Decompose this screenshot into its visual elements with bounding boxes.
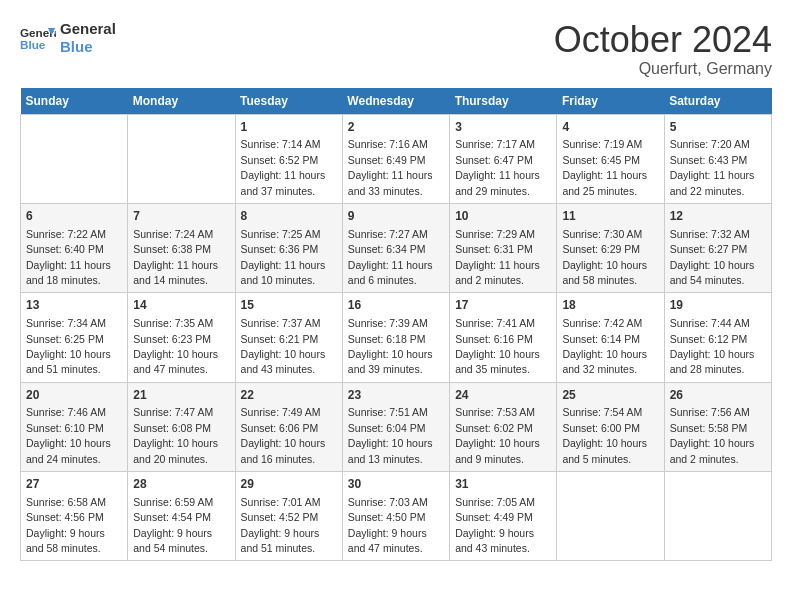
calendar-cell: 29Sunrise: 7:01 AM Sunset: 4:52 PM Dayli… xyxy=(235,472,342,561)
day-info: Sunrise: 7:51 AM Sunset: 6:04 PM Dayligh… xyxy=(348,406,433,464)
week-row-0: 1Sunrise: 7:14 AM Sunset: 6:52 PM Daylig… xyxy=(21,114,772,203)
title-block: October 2024 Querfurt, Germany xyxy=(554,20,772,78)
calendar-cell: 24Sunrise: 7:53 AM Sunset: 6:02 PM Dayli… xyxy=(450,382,557,471)
logo: General Blue General Blue xyxy=(20,20,116,56)
day-number: 5 xyxy=(670,119,766,136)
day-number: 17 xyxy=(455,297,551,314)
day-info: Sunrise: 7:41 AM Sunset: 6:16 PM Dayligh… xyxy=(455,317,540,375)
day-number: 28 xyxy=(133,476,229,493)
page-header: General Blue General Blue October 2024 Q… xyxy=(20,20,772,78)
day-info: Sunrise: 7:20 AM Sunset: 6:43 PM Dayligh… xyxy=(670,138,755,196)
month-title: October 2024 xyxy=(554,20,772,60)
day-info: Sunrise: 7:03 AM Sunset: 4:50 PM Dayligh… xyxy=(348,496,428,554)
location-subtitle: Querfurt, Germany xyxy=(554,60,772,78)
calendar-cell: 16Sunrise: 7:39 AM Sunset: 6:18 PM Dayli… xyxy=(342,293,449,382)
calendar-cell xyxy=(664,472,771,561)
calendar-cell: 2Sunrise: 7:16 AM Sunset: 6:49 PM Daylig… xyxy=(342,114,449,203)
calendar-cell: 10Sunrise: 7:29 AM Sunset: 6:31 PM Dayli… xyxy=(450,203,557,292)
calendar-table: SundayMondayTuesdayWednesdayThursdayFrid… xyxy=(20,88,772,562)
calendar-cell: 20Sunrise: 7:46 AM Sunset: 6:10 PM Dayli… xyxy=(21,382,128,471)
logo-icon: General Blue xyxy=(20,24,56,52)
week-row-2: 13Sunrise: 7:34 AM Sunset: 6:25 PM Dayli… xyxy=(21,293,772,382)
calendar-cell: 26Sunrise: 7:56 AM Sunset: 5:58 PM Dayli… xyxy=(664,382,771,471)
day-info: Sunrise: 7:39 AM Sunset: 6:18 PM Dayligh… xyxy=(348,317,433,375)
weekday-header-row: SundayMondayTuesdayWednesdayThursdayFrid… xyxy=(21,88,772,115)
day-info: Sunrise: 7:01 AM Sunset: 4:52 PM Dayligh… xyxy=(241,496,321,554)
weekday-header-wednesday: Wednesday xyxy=(342,88,449,115)
calendar-cell xyxy=(557,472,664,561)
calendar-cell: 25Sunrise: 7:54 AM Sunset: 6:00 PM Dayli… xyxy=(557,382,664,471)
day-number: 15 xyxy=(241,297,337,314)
day-number: 21 xyxy=(133,387,229,404)
calendar-cell: 1Sunrise: 7:14 AM Sunset: 6:52 PM Daylig… xyxy=(235,114,342,203)
day-info: Sunrise: 7:17 AM Sunset: 6:47 PM Dayligh… xyxy=(455,138,540,196)
day-number: 24 xyxy=(455,387,551,404)
calendar-cell: 13Sunrise: 7:34 AM Sunset: 6:25 PM Dayli… xyxy=(21,293,128,382)
calendar-cell: 6Sunrise: 7:22 AM Sunset: 6:40 PM Daylig… xyxy=(21,203,128,292)
day-info: Sunrise: 7:27 AM Sunset: 6:34 PM Dayligh… xyxy=(348,228,433,286)
day-info: Sunrise: 7:42 AM Sunset: 6:14 PM Dayligh… xyxy=(562,317,647,375)
calendar-cell: 30Sunrise: 7:03 AM Sunset: 4:50 PM Dayli… xyxy=(342,472,449,561)
day-info: Sunrise: 7:44 AM Sunset: 6:12 PM Dayligh… xyxy=(670,317,755,375)
day-number: 7 xyxy=(133,208,229,225)
calendar-cell: 12Sunrise: 7:32 AM Sunset: 6:27 PM Dayli… xyxy=(664,203,771,292)
day-info: Sunrise: 7:19 AM Sunset: 6:45 PM Dayligh… xyxy=(562,138,647,196)
day-number: 20 xyxy=(26,387,122,404)
day-number: 12 xyxy=(670,208,766,225)
day-info: Sunrise: 7:46 AM Sunset: 6:10 PM Dayligh… xyxy=(26,406,111,464)
calendar-cell: 17Sunrise: 7:41 AM Sunset: 6:16 PM Dayli… xyxy=(450,293,557,382)
calendar-cell: 31Sunrise: 7:05 AM Sunset: 4:49 PM Dayli… xyxy=(450,472,557,561)
calendar-cell: 22Sunrise: 7:49 AM Sunset: 6:06 PM Dayli… xyxy=(235,382,342,471)
day-number: 10 xyxy=(455,208,551,225)
week-row-3: 20Sunrise: 7:46 AM Sunset: 6:10 PM Dayli… xyxy=(21,382,772,471)
day-info: Sunrise: 7:54 AM Sunset: 6:00 PM Dayligh… xyxy=(562,406,647,464)
calendar-cell: 28Sunrise: 6:59 AM Sunset: 4:54 PM Dayli… xyxy=(128,472,235,561)
calendar-cell xyxy=(128,114,235,203)
week-row-1: 6Sunrise: 7:22 AM Sunset: 6:40 PM Daylig… xyxy=(21,203,772,292)
day-number: 2 xyxy=(348,119,444,136)
day-info: Sunrise: 7:47 AM Sunset: 6:08 PM Dayligh… xyxy=(133,406,218,464)
day-info: Sunrise: 6:58 AM Sunset: 4:56 PM Dayligh… xyxy=(26,496,106,554)
day-number: 6 xyxy=(26,208,122,225)
day-number: 22 xyxy=(241,387,337,404)
day-number: 4 xyxy=(562,119,658,136)
calendar-cell: 27Sunrise: 6:58 AM Sunset: 4:56 PM Dayli… xyxy=(21,472,128,561)
calendar-cell: 11Sunrise: 7:30 AM Sunset: 6:29 PM Dayli… xyxy=(557,203,664,292)
week-row-4: 27Sunrise: 6:58 AM Sunset: 4:56 PM Dayli… xyxy=(21,472,772,561)
day-info: Sunrise: 7:22 AM Sunset: 6:40 PM Dayligh… xyxy=(26,228,111,286)
svg-text:Blue: Blue xyxy=(20,38,46,51)
day-info: Sunrise: 7:49 AM Sunset: 6:06 PM Dayligh… xyxy=(241,406,326,464)
weekday-header-friday: Friday xyxy=(557,88,664,115)
day-number: 18 xyxy=(562,297,658,314)
logo-line2: Blue xyxy=(60,38,116,56)
calendar-cell: 8Sunrise: 7:25 AM Sunset: 6:36 PM Daylig… xyxy=(235,203,342,292)
day-number: 29 xyxy=(241,476,337,493)
day-info: Sunrise: 7:35 AM Sunset: 6:23 PM Dayligh… xyxy=(133,317,218,375)
day-info: Sunrise: 7:53 AM Sunset: 6:02 PM Dayligh… xyxy=(455,406,540,464)
day-number: 16 xyxy=(348,297,444,314)
day-number: 8 xyxy=(241,208,337,225)
day-number: 11 xyxy=(562,208,658,225)
calendar-cell: 23Sunrise: 7:51 AM Sunset: 6:04 PM Dayli… xyxy=(342,382,449,471)
weekday-header-monday: Monday xyxy=(128,88,235,115)
day-info: Sunrise: 7:14 AM Sunset: 6:52 PM Dayligh… xyxy=(241,138,326,196)
calendar-cell: 5Sunrise: 7:20 AM Sunset: 6:43 PM Daylig… xyxy=(664,114,771,203)
day-info: Sunrise: 7:24 AM Sunset: 6:38 PM Dayligh… xyxy=(133,228,218,286)
day-number: 14 xyxy=(133,297,229,314)
day-number: 25 xyxy=(562,387,658,404)
calendar-cell: 15Sunrise: 7:37 AM Sunset: 6:21 PM Dayli… xyxy=(235,293,342,382)
weekday-header-thursday: Thursday xyxy=(450,88,557,115)
calendar-cell: 7Sunrise: 7:24 AM Sunset: 6:38 PM Daylig… xyxy=(128,203,235,292)
day-info: Sunrise: 7:16 AM Sunset: 6:49 PM Dayligh… xyxy=(348,138,433,196)
day-info: Sunrise: 7:25 AM Sunset: 6:36 PM Dayligh… xyxy=(241,228,326,286)
calendar-cell: 4Sunrise: 7:19 AM Sunset: 6:45 PM Daylig… xyxy=(557,114,664,203)
weekday-header-tuesday: Tuesday xyxy=(235,88,342,115)
day-info: Sunrise: 7:30 AM Sunset: 6:29 PM Dayligh… xyxy=(562,228,647,286)
weekday-header-sunday: Sunday xyxy=(21,88,128,115)
day-number: 13 xyxy=(26,297,122,314)
weekday-header-saturday: Saturday xyxy=(664,88,771,115)
calendar-cell: 14Sunrise: 7:35 AM Sunset: 6:23 PM Dayli… xyxy=(128,293,235,382)
day-number: 3 xyxy=(455,119,551,136)
day-info: Sunrise: 7:29 AM Sunset: 6:31 PM Dayligh… xyxy=(455,228,540,286)
day-number: 19 xyxy=(670,297,766,314)
